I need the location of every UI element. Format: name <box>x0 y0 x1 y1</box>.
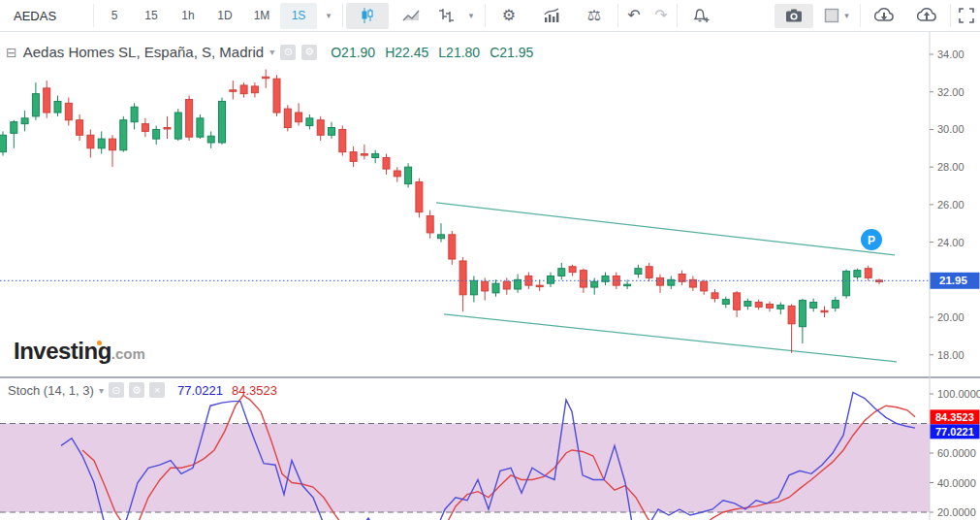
price-tick-label: 24.00 <box>937 237 964 248</box>
chart-settings-button[interactable]: ⚙ <box>488 0 530 31</box>
candle-body <box>263 77 269 79</box>
load-chart-button[interactable] <box>863 0 905 31</box>
brand-orange-dot <box>97 341 102 345</box>
collapse-pane-icon[interactable]: ⊟ <box>6 46 17 59</box>
gear-icon: ⚙ <box>502 8 516 23</box>
candle-body <box>251 86 258 93</box>
candle-body <box>701 281 708 291</box>
toolbar-separator <box>485 4 486 27</box>
gear-icon[interactable]: ⚙ <box>301 45 317 60</box>
fullscreen-button[interactable] <box>953 0 980 31</box>
stoch-axis[interactable]: 100.000060.000040.000020.0000 <box>930 388 980 518</box>
candle-body <box>186 99 193 137</box>
line-style-button[interactable] <box>390 0 432 31</box>
symbol-button[interactable]: AEDAS <box>0 0 91 31</box>
candle-body <box>635 269 642 275</box>
layout-caret: ▾ <box>844 11 849 20</box>
undo-button[interactable]: ↶ <box>620 0 648 31</box>
redo-button[interactable]: ↷ <box>648 0 675 31</box>
candlestick-style-button[interactable] <box>346 3 389 29</box>
stoch-label[interactable]: Stoch (14, 1, 3) <box>8 383 94 398</box>
candle-body <box>657 277 664 285</box>
toolbar-separator <box>860 4 861 27</box>
p-marker[interactable]: P <box>861 229 882 250</box>
indicators-icon <box>543 7 560 24</box>
candle-body <box>164 128 171 130</box>
candle-body <box>317 120 324 135</box>
price-tick-label: 28.00 <box>937 161 964 173</box>
stoch-tick-label: 40.0000 <box>937 477 976 489</box>
candle-body <box>44 88 50 113</box>
stoch-legend: Stoch (14, 1, 3) ▾ ⊙ ⚙ × 77.0221 84.3523 <box>8 382 277 398</box>
candle-body <box>361 154 367 156</box>
candle-body <box>449 235 456 259</box>
svg-text:77.0221: 77.0221 <box>935 426 974 438</box>
layout-square-icon <box>824 8 839 23</box>
stoch-tick-label: 100.0000 <box>937 388 980 400</box>
indicators-button[interactable] <box>530 0 573 31</box>
interval-dropdown-caret[interactable]: ▾ <box>317 0 340 31</box>
candle-body <box>219 101 226 143</box>
compare-button[interactable]: ⚖ <box>573 0 616 31</box>
price-axis[interactable]: 34.0032.0030.0028.0026.0024.0020.0018.00 <box>930 49 964 361</box>
toolbar-separator <box>950 4 951 27</box>
price-tick-label: 20.00 <box>937 311 964 323</box>
candle-body <box>492 283 499 293</box>
investing-watermark: Investing .com <box>14 338 145 365</box>
chart-canvas[interactable]: P34.0032.0030.0028.0026.0024.0020.0018.0… <box>0 32 980 520</box>
toolbar-spacer <box>722 0 773 31</box>
candle-body <box>470 280 477 295</box>
svg-text:P: P <box>868 234 875 247</box>
candle-body <box>383 157 390 169</box>
candle-body <box>591 281 598 287</box>
chevron-down-icon[interactable]: ▾ <box>269 47 274 57</box>
candle-body <box>624 284 631 286</box>
candle-body <box>153 129 160 139</box>
candle-body <box>372 154 379 158</box>
candle-body <box>646 267 652 278</box>
add-alert-button[interactable] <box>680 0 722 31</box>
eye-icon[interactable]: ⊙ <box>280 45 296 60</box>
cloud-download-icon <box>872 6 896 25</box>
candle-body <box>427 215 433 232</box>
stoch-d-badge: 84.3523 <box>931 409 980 424</box>
candle-body <box>548 276 554 283</box>
candle-body <box>240 85 247 94</box>
chart-area[interactable]: P34.0032.0030.0028.0026.0024.0020.0018.0… <box>0 32 980 520</box>
symbol-title[interactable]: Aedas Homes SL, España, S, Madrid <box>23 44 264 60</box>
eye-icon[interactable]: ⊙ <box>109 382 124 398</box>
price-tick-label: 18.00 <box>937 349 964 361</box>
stoch-k-badge: 77.0221 <box>931 424 980 439</box>
candle-body <box>416 182 423 212</box>
candle-body <box>87 135 94 148</box>
layout-select-button[interactable]: ▾ <box>815 0 858 31</box>
snapshot-button[interactable] <box>775 4 813 28</box>
bar-style-button[interactable] <box>432 0 459 31</box>
interval-15m-button[interactable]: 15 <box>133 0 170 31</box>
candle-body <box>558 269 565 276</box>
stoch-band <box>0 424 930 513</box>
high-value: H22.45 <box>385 45 428 60</box>
candle-body <box>21 118 28 124</box>
candle-body <box>32 94 39 116</box>
gear-icon[interactable]: ⚙ <box>129 382 144 398</box>
interval-1h-button[interactable]: 1h <box>170 0 206 31</box>
brand-text: Investing <box>14 338 111 365</box>
interval-1w-button-selected[interactable]: 1S <box>280 3 317 29</box>
interval-1m-button[interactable]: 1M <box>243 0 280 31</box>
candles[interactable] <box>0 69 883 352</box>
close-icon[interactable]: × <box>149 382 165 398</box>
candle-body <box>120 120 127 150</box>
open-value: O21.90 <box>331 45 375 60</box>
save-chart-button[interactable] <box>905 0 948 31</box>
interval-5m-button[interactable]: 5 <box>96 0 133 31</box>
chevron-down-icon[interactable]: ▾ <box>99 385 104 396</box>
toolbar-separator <box>617 4 618 27</box>
candle-body <box>329 128 335 136</box>
interval-1d-button[interactable]: 1D <box>206 0 243 31</box>
candle-body <box>0 135 7 151</box>
candle-body <box>580 271 586 287</box>
candle-body <box>569 267 576 273</box>
low-value: L21.80 <box>438 45 480 60</box>
style-dropdown-caret[interactable]: ▾ <box>459 0 483 31</box>
